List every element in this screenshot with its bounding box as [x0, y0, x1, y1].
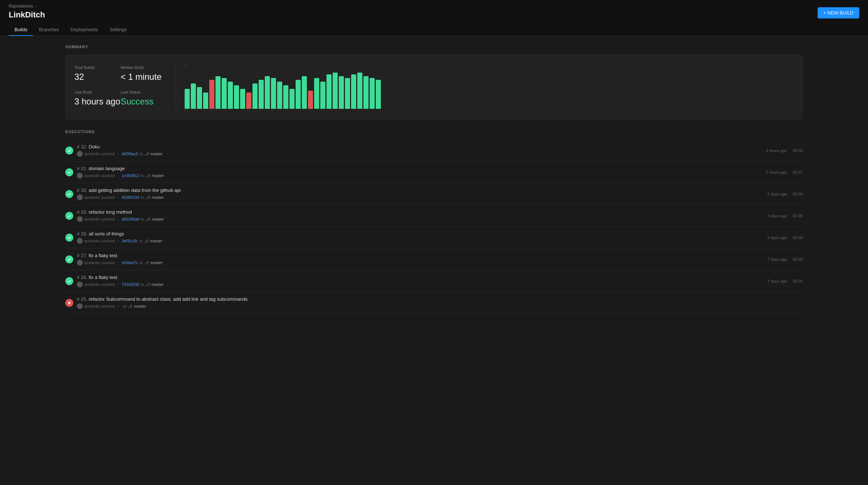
relative-time: 6 days ago — [768, 235, 787, 240]
action-label: pushed — [102, 260, 115, 265]
user-name: qvalentin — [84, 239, 100, 243]
chart-bar-24 — [333, 65, 338, 109]
chart-bar-27 — [351, 65, 356, 109]
arrow-icon: → — [116, 260, 120, 265]
user-name: qvalentin — [84, 304, 100, 308]
duration: 00:38 — [793, 235, 803, 240]
arrow-icon: → — [116, 195, 120, 200]
user-name: qvalentin — [84, 195, 100, 200]
build-num: # 32. — [77, 144, 87, 149]
avatar — [77, 238, 83, 244]
new-build-button[interactable]: + NEW BUILD — [818, 7, 859, 19]
user-name: qvalentin — [84, 260, 100, 265]
branch-name: master — [152, 217, 164, 221]
tab-settings[interactable]: Settings — [104, 24, 132, 36]
median-build-cell: Median Build < 1 minute — [121, 62, 167, 87]
build-num: # 29. — [77, 209, 87, 215]
build-num: # 26. — [77, 275, 87, 280]
branch-icon: ⎇ — [144, 260, 149, 265]
execution-item-7[interactable]: # 26. fix a flaky test qvalentin pushed … — [65, 270, 803, 292]
commit-hash: b609fac5 — [122, 152, 138, 156]
user-name: qvalentin — [84, 217, 100, 221]
branch-name: master — [151, 260, 163, 265]
relative-time: 7 days ago — [768, 279, 787, 283]
tabs-nav: Builds Branches Deployments Settings — [9, 24, 859, 36]
execution-meta: qvalentin pushed → b609fac5 to ⎇ master — [77, 151, 766, 157]
execution-item-1[interactable]: # 32. Doku qvalentin pushed → b609fac5 t… — [65, 140, 803, 161]
status-icon-success — [65, 190, 73, 198]
last-status-value: Success — [121, 96, 167, 107]
execution-meta: qvalentin pushed → a03206a8 to ⎇ master — [77, 216, 768, 222]
median-build-value: < 1 minute — [121, 72, 167, 82]
build-num: # 28. — [77, 231, 87, 237]
arrow-icon: → — [116, 239, 120, 243]
duration: 00:37 — [793, 170, 803, 174]
build-num: # 25. — [77, 296, 87, 302]
execution-item-4[interactable]: # 29. refactor long method qvalentin pus… — [65, 205, 803, 227]
execution-item-3[interactable]: # 30. add getting addition data from the… — [65, 183, 803, 205]
execution-time: 5 days ago00:38 — [768, 214, 803, 218]
header: Repositories › LinkDitch Builds Branches… — [0, 0, 868, 36]
tab-builds[interactable]: Builds — [9, 24, 33, 36]
chart-bar-29 — [363, 65, 369, 109]
branch-icon: ⎇ — [145, 195, 150, 200]
relative-time: 5 days ago — [768, 214, 787, 218]
build-num: # 30. — [77, 188, 87, 193]
tab-branches[interactable]: Branches — [33, 24, 65, 36]
commit-hash: 1e30d812 — [122, 173, 139, 178]
relative-time: 7 days ago — [768, 257, 787, 262]
execution-meta: qvalentin pushed → 3ef31c0c to ⎇ master — [77, 238, 768, 244]
status-icon-success — [65, 255, 73, 263]
execution-info: # 27. fix a flaky test qvalentin pushed … — [77, 253, 768, 266]
duration: 00:36 — [793, 279, 803, 283]
execution-item-2[interactable]: # 31. domain language qvalentin pushed →… — [65, 161, 803, 183]
chart-bar-25 — [339, 65, 344, 109]
execution-title: # 26. fix a flaky test — [77, 275, 768, 280]
main-content: SUMMARY Total Builds 32 Median Build < 1… — [0, 36, 868, 322]
executions-section: EXECUTIONS # 32. Doku qvalentin pushed →… — [65, 130, 803, 314]
execution-item-5[interactable]: # 28. all sorts of things qvalentin push… — [65, 227, 803, 248]
chart-bar-16 — [283, 65, 288, 109]
chart-bar-5 — [215, 65, 221, 109]
summary-card: Total Builds 32 Median Build < 1 minute … — [65, 55, 803, 119]
to-label: to — [141, 217, 144, 221]
action-label: pushed — [102, 173, 115, 178]
chart-bar-23 — [326, 65, 332, 109]
to-label: to — [123, 304, 126, 308]
tab-deployments[interactable]: Deployments — [65, 24, 104, 36]
action-label: pushed — [102, 304, 115, 308]
chart-axis-bottom: 5 — [185, 108, 187, 112]
executions-list: # 32. Doku qvalentin pushed → b609fac5 t… — [65, 140, 803, 314]
branch-icon: ⎇ — [145, 282, 150, 287]
avatar — [77, 194, 83, 200]
last-status-label: Last Status — [121, 90, 167, 94]
branch-icon: ⎇ — [128, 304, 132, 309]
execution-title: # 29. refactor long method — [77, 209, 768, 215]
summary-section-title: SUMMARY — [65, 45, 803, 49]
chart-bar-8 — [234, 65, 239, 109]
execution-item-6[interactable]: # 27. fix a flaky test qvalentin pushed … — [65, 248, 803, 270]
execution-meta: qvalentin pushed → to ⎇ master — [77, 303, 803, 309]
chart-bar-31 — [376, 65, 381, 109]
avatar — [77, 281, 83, 287]
execution-info: # 26. fix a flaky test qvalentin pushed … — [77, 275, 768, 287]
execution-info: # 25. refactor Subcommand to abstract cl… — [77, 296, 803, 309]
chart-bar-26 — [345, 65, 350, 109]
breadcrumb-repositories[interactable]: Repositories — [9, 4, 33, 9]
chart-bar-18 — [296, 65, 301, 109]
branch-name: master — [134, 304, 146, 308]
execution-time: 7 days ago00:35 — [768, 257, 803, 262]
arrow-icon: → — [116, 282, 120, 287]
builds-chart: 1 5 — [185, 62, 794, 112]
chart-bar-15 — [277, 65, 282, 109]
execution-item-8[interactable]: # 25. refactor Subcommand to abstract cl… — [65, 292, 803, 314]
execution-title: # 27. fix a flaky test — [77, 253, 768, 258]
last-build-value: 3 hours ago — [74, 96, 121, 107]
chart-bar-20 — [308, 65, 313, 109]
execution-info: # 32. Doku qvalentin pushed → b609fac5 t… — [77, 144, 766, 157]
chart-bar-13 — [265, 65, 270, 109]
chart-bar-3 — [203, 65, 208, 109]
chart-bar-9 — [240, 65, 245, 109]
action-label: pushed — [102, 152, 115, 156]
commit-hash: 743c6330 — [122, 282, 139, 287]
